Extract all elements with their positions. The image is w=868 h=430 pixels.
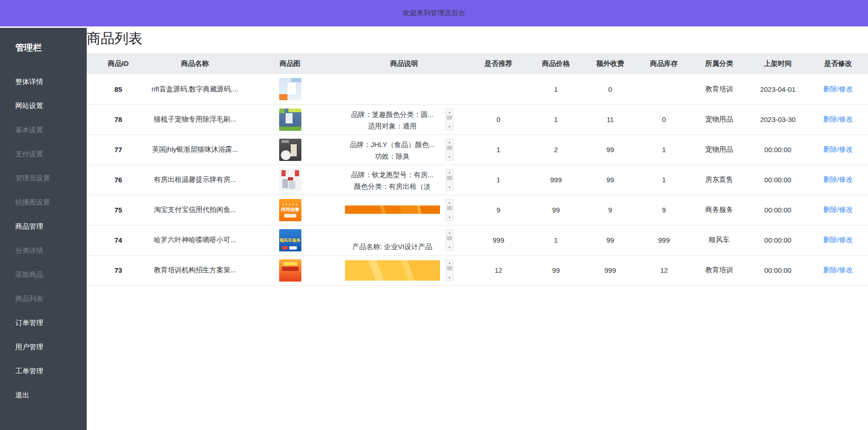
header-product-description: 商品说明: [340, 53, 468, 74]
sidebar-item-ticket-management[interactable]: 工单管理: [15, 359, 87, 383]
cell-product-name: 淘宝支付宝信用代拍闲鱼...: [150, 195, 240, 225]
table-row: 77 英国jhly银渐层猫咪沐浴露... 品牌：JHLY（食品）颜色... 功效…: [87, 135, 868, 165]
product-image: [279, 78, 301, 100]
cell-product-name: 教育培训机构招生方案策...: [150, 255, 240, 285]
scroll-down-icon[interactable]: ▼: [448, 185, 451, 189]
cell-product-description: ▲ ▼: [340, 255, 468, 285]
edit-link[interactable]: 修改: [839, 175, 853, 183]
cell-product-id: 73: [87, 255, 150, 285]
delete-link[interactable]: 删除: [823, 145, 837, 153]
cell-listing-time: 00:00:00: [747, 255, 808, 285]
edit-link[interactable]: 修改: [839, 205, 853, 213]
scroll-up-icon[interactable]: ▲: [448, 140, 451, 144]
textarea-scrollbar[interactable]: ▲ ▼: [446, 139, 453, 160]
delete-link[interactable]: 删除: [823, 175, 837, 183]
product-image: 顺风车服务: [279, 229, 301, 251]
delete-link[interactable]: 删除: [823, 205, 837, 213]
scroll-down-icon[interactable]: ▼: [448, 276, 451, 280]
scroll-up-icon[interactable]: ▲: [448, 170, 451, 174]
header-extra-fee: 额外收费: [583, 53, 637, 74]
scroll-down-icon[interactable]: ▼: [448, 245, 451, 250]
description-textarea[interactable]: 品牌：笼趣颜色分类：圆... 适用对象：通用: [342, 109, 443, 130]
description-textarea[interactable]: [342, 199, 443, 221]
edit-link[interactable]: 修改: [839, 236, 853, 244]
sidebar-item-category-details[interactable]: 分类详情: [15, 238, 87, 263]
cell-product-id: 75: [87, 195, 150, 225]
textarea-scrollbar[interactable]: ▲ ▼: [446, 229, 453, 251]
sidebar-item-payment-settings[interactable]: 支付设置: [15, 142, 87, 166]
header-stock: 商品库存: [637, 53, 691, 74]
scroll-thumb[interactable]: [447, 266, 452, 270]
sidebar-item-site-settings[interactable]: 网站设置: [15, 94, 87, 118]
scroll-thumb[interactable]: [447, 176, 452, 180]
sidebar-item-carousel-settings[interactable]: 轮播图设置: [15, 190, 87, 214]
cell-listing-time: 00:00:00: [747, 135, 808, 165]
cell-category: 顺风车: [691, 225, 747, 255]
scroll-up-icon[interactable]: ▲: [448, 261, 451, 265]
topbar: 欢迎来到管理员后台: [0, 0, 868, 26]
page-title: 商品列表: [87, 29, 868, 48]
scroll-up-icon[interactable]: ▲: [448, 110, 451, 114]
sidebar-item-order-management[interactable]: 订单管理: [15, 311, 87, 335]
textarea-scrollbar[interactable]: ▲ ▼: [446, 259, 453, 281]
cell-recommended: 1: [468, 165, 529, 195]
delete-link[interactable]: 删除: [823, 236, 837, 244]
sidebar-item-user-management[interactable]: 用户管理: [15, 335, 87, 359]
product-image-label: 顺风车服务: [280, 237, 300, 243]
table-row: 85 nft盲盒源码,数字典藏源码,... 1 0 教育培训 2023-04-0…: [87, 74, 868, 104]
textarea-scrollbar[interactable]: ▲ ▼: [446, 169, 453, 191]
scroll-up-icon[interactable]: ▲: [448, 231, 451, 235]
sidebar-item-product-management[interactable]: 商品管理: [15, 214, 87, 238]
cell-product-image: [240, 165, 340, 195]
cell-actions: 删除/修改: [808, 165, 868, 195]
edit-link[interactable]: 修改: [839, 115, 853, 123]
scroll-down-icon[interactable]: ▼: [448, 125, 451, 129]
cell-product-description: 品牌：钦龙惠型号：有房... 颜色分类：有房出租（淡 ▲ ▼: [340, 165, 468, 195]
sidebar-item-logout[interactable]: 退出: [15, 383, 87, 407]
cell-price: 99: [529, 195, 583, 225]
scroll-down-icon[interactable]: ▼: [448, 215, 451, 219]
cell-extra-fee: 99: [583, 165, 637, 195]
description-textarea[interactable]: 品牌：JHLY（食品）颜色... 功效：除臭: [342, 139, 443, 160]
cell-stock: 9: [637, 195, 691, 225]
product-image: [279, 169, 301, 191]
table-header-row: 商品ID 商品名称 商品图 商品说明 是否推荐 商品价格 额外收费 商品库存 所…: [87, 53, 868, 74]
scroll-down-icon[interactable]: ▼: [448, 155, 451, 159]
cell-listing-time: 00:00:00: [747, 225, 808, 255]
cell-stock: [637, 74, 691, 104]
textarea-scrollbar[interactable]: ▲ ▼: [446, 109, 453, 130]
description-line: 产品名称: 企业VI设计产品: [342, 243, 443, 251]
sidebar-item-add-product[interactable]: 添加商品: [15, 263, 87, 287]
delete-link[interactable]: 删除: [823, 115, 837, 123]
description-textarea[interactable]: 品牌：钦龙惠型号：有房... 颜色分类：有房出租（淡: [342, 169, 443, 191]
cell-category: 教育培训: [691, 255, 747, 285]
scroll-thumb[interactable]: [447, 146, 452, 150]
scroll-thumb[interactable]: [447, 116, 452, 120]
delete-link[interactable]: 删除: [823, 266, 837, 274]
description-textarea[interactable]: [342, 259, 443, 281]
header-product-image: 商品图: [240, 53, 340, 74]
edit-link[interactable]: 修改: [839, 85, 853, 93]
cell-extra-fee: 9: [583, 195, 637, 225]
edit-link[interactable]: 修改: [839, 266, 853, 274]
cell-product-name: 哈罗六叶神哈喽嘀嗒小可...: [150, 225, 240, 255]
cell-recommended: 999: [468, 225, 529, 255]
scroll-up-icon[interactable]: ▲: [448, 200, 451, 205]
sidebar: 管理栏 整体详情 网站设置 基本设置 支付设置 管理员设置 轮播图设置 商品管理…: [0, 28, 87, 430]
sidebar-item-product-list[interactable]: 商品列表: [15, 287, 87, 311]
edit-link[interactable]: 修改: [839, 145, 853, 153]
sidebar-item-overall-details[interactable]: 整体详情: [15, 70, 87, 94]
sidebar-item-admin-settings[interactable]: 管理员设置: [15, 166, 87, 190]
table-row: 73 教育培训机构招生方案策... ▲ ▼ 12: [87, 255, 868, 285]
cell-recommended: 9: [468, 195, 529, 225]
textarea-scrollbar[interactable]: ▲ ▼: [446, 199, 453, 221]
scroll-thumb[interactable]: [447, 206, 452, 210]
delete-link[interactable]: 删除: [823, 85, 837, 93]
sidebar-item-basic-settings[interactable]: 基本设置: [15, 118, 87, 142]
cell-price: 2: [529, 135, 583, 165]
scroll-thumb[interactable]: [447, 236, 452, 240]
cell-product-image: [240, 104, 340, 135]
cell-category: 宠物用品: [691, 104, 747, 135]
description-textarea[interactable]: 产品名称: 企业VI设计产品: [342, 229, 443, 251]
product-image-label: 邦邦信誉: [281, 206, 300, 212]
